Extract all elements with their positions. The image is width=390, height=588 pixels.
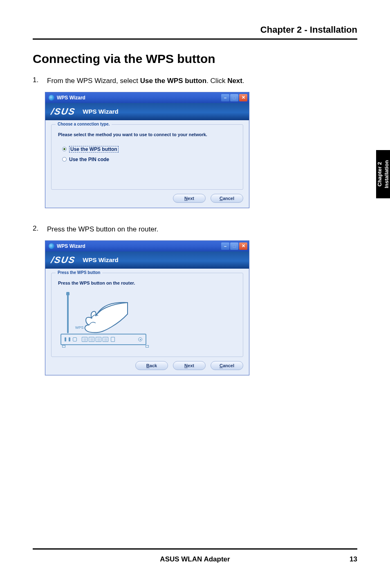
minimize-button[interactable]: – — [221, 94, 229, 101]
asus-logo: /SUS — [50, 255, 76, 265]
maximize-button[interactable]: □ — [230, 94, 238, 101]
back-button[interactable]: Back — [135, 361, 168, 370]
step-2: 2. Press the WPS button on the router. — [33, 224, 357, 234]
close-button[interactable]: ✕ — [239, 242, 247, 250]
chapter-tab-line2: Installation — [383, 160, 390, 189]
page-footer: ASUS WLAN Adapter 13 — [33, 548, 357, 563]
app-icon — [49, 243, 54, 249]
chapter-header: Chapter 2 - Installation — [33, 25, 357, 40]
radio-label: Use the PIN code — [69, 157, 109, 162]
hand-icon — [79, 302, 128, 334]
router-illustration: WPS — [61, 294, 150, 348]
step-text: Press the WPS button on the router. — [47, 224, 357, 234]
options-group: Choose a connection type. Please select … — [51, 124, 243, 190]
group-legend: Press the WPS button — [56, 270, 102, 275]
app-icon — [49, 95, 54, 101]
maximize-button[interactable]: □ — [230, 242, 238, 250]
chapter-tab-line1: Chapter 2 — [377, 162, 383, 186]
section-title: Connecting via the WPS button — [33, 52, 357, 66]
radio-icon — [62, 157, 67, 162]
wps-wizard-window-2: WPS Wizard – □ ✕ /SUS WPS Wizard Press t… — [45, 240, 249, 375]
banner: /SUS WPS Wizard — [45, 251, 249, 269]
banner: /SUS WPS Wizard — [45, 103, 249, 120]
next-button[interactable]: Next — [173, 361, 206, 370]
radio-use-wps-button[interactable]: Use the WPS button — [58, 146, 236, 153]
step-number: 2. — [33, 224, 41, 234]
cancel-button[interactable]: Cancel — [211, 361, 243, 370]
step-text: From the WPS Wizard, select Use the WPS … — [47, 76, 357, 86]
close-button[interactable]: ✕ — [239, 94, 247, 101]
titlebar: WPS Wizard – □ ✕ — [45, 241, 249, 251]
minimize-button[interactable]: – — [221, 242, 229, 250]
next-button[interactable]: Next — [173, 194, 206, 203]
chapter-tab: Chapter 2 Installation — [376, 150, 390, 198]
step-number: 1. — [33, 76, 41, 86]
press-wps-group: Press the WPS button Press the WPS butto… — [51, 273, 243, 357]
router-body-icon — [61, 334, 146, 345]
cancel-button[interactable]: Cancel — [211, 194, 243, 203]
group-instruction: Press the WPS button on the router. — [58, 281, 236, 285]
footer-title: ASUS WLAN Adapter — [33, 555, 357, 563]
group-legend: Choose a connection type. — [56, 122, 112, 126]
window-title: WPS Wizard — [57, 243, 220, 249]
titlebar: WPS Wizard – □ ✕ — [45, 92, 249, 103]
wps-wizard-window-1: WPS Wizard – □ ✕ /SUS WPS Wizard Choose … — [45, 92, 249, 208]
radio-label: Use the WPS button — [69, 146, 119, 153]
page-number: 13 — [350, 555, 357, 563]
step-1: 1. From the WPS Wizard, select Use the W… — [33, 76, 357, 86]
group-instruction: Please select the method you want to use… — [58, 132, 236, 137]
banner-title: WPS Wizard — [83, 256, 118, 263]
window-title: WPS Wizard — [57, 95, 220, 101]
asus-logo: /SUS — [50, 106, 76, 117]
radio-use-pin-code[interactable]: Use the PIN code — [58, 157, 236, 162]
radio-icon — [62, 147, 67, 151]
antenna-icon — [67, 294, 69, 333]
banner-title: WPS Wizard — [83, 108, 118, 115]
